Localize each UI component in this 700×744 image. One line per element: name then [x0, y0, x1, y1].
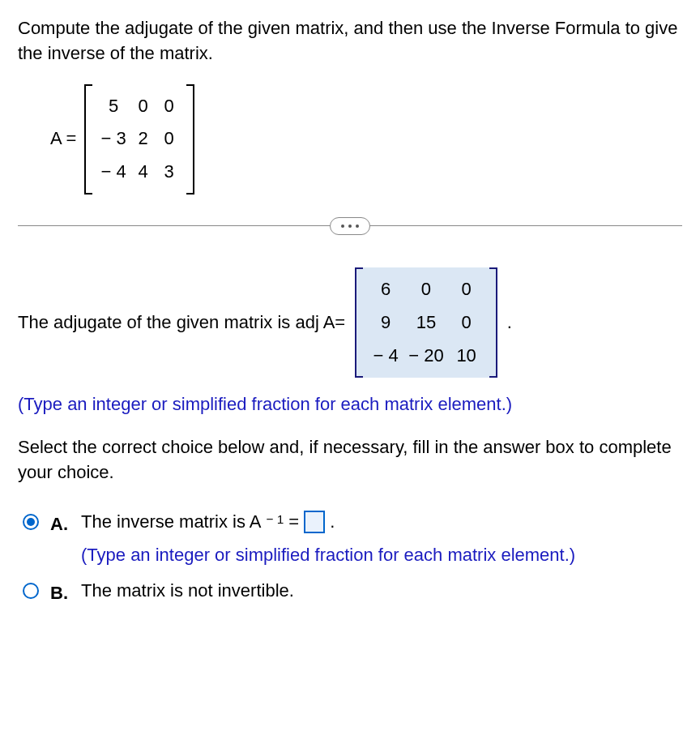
- choice-a-text1: The inverse matrix is A: [81, 510, 262, 535]
- adjugate-trail: .: [507, 310, 512, 336]
- choice-a-label: A.: [50, 512, 70, 537]
- adjugate-cell: − 20: [408, 344, 443, 369]
- inverse-answer-input[interactable]: [304, 511, 325, 533]
- matrix-a-cell: 0: [160, 94, 178, 119]
- expand-handle-icon[interactable]: [330, 217, 370, 235]
- adjugate-hint: (Type an integer or simplified fraction …: [18, 392, 682, 417]
- superscript-neg-one: − 1: [267, 511, 284, 528]
- adjugate-cell: 0: [452, 277, 481, 302]
- matrix-a-cell: 0: [134, 94, 152, 119]
- adjugate-cell: 0: [452, 310, 481, 336]
- choice-b-text: The matrix is not invertible.: [81, 580, 294, 601]
- adjugate-cell: 0: [408, 277, 443, 302]
- choice-b: B. The matrix is not invertible.: [23, 579, 682, 606]
- choice-a-equals: =: [288, 510, 299, 535]
- matrix-a-cell: 2: [134, 126, 152, 152]
- choice-b-label: B.: [50, 581, 70, 606]
- adjugate-matrix[interactable]: 6 0 0 9 15 0 − 4 − 20 10: [355, 267, 497, 378]
- adjugate-cell: 10: [452, 344, 481, 369]
- radio-choice-a[interactable]: [23, 514, 39, 530]
- matrix-a-cell: 5: [100, 94, 126, 119]
- matrix-a-cell: 3: [160, 160, 178, 185]
- matrix-a-cell: 0: [160, 126, 178, 152]
- matrix-a: 5 0 0 − 3 2 0 − 4 4 3: [84, 84, 194, 195]
- adjugate-lead-text: The adjugate of the given matrix is adj …: [18, 310, 345, 336]
- matrix-a-label: A =: [50, 126, 76, 152]
- adjugate-cell: 6: [371, 277, 400, 302]
- choice-a-hint: (Type an integer or simplified fraction …: [81, 543, 682, 568]
- adjugate-statement: The adjugate of the given matrix is adj …: [18, 267, 682, 378]
- adjugate-cell: 9: [371, 310, 400, 336]
- radio-choice-b[interactable]: [23, 583, 39, 599]
- adjugate-cell: 15: [408, 310, 443, 336]
- adjugate-cell: − 4: [371, 344, 400, 369]
- matrix-a-cell: − 4: [100, 160, 126, 185]
- matrix-a-definition: A = 5 0 0 − 3 2 0 − 4 4 3: [50, 84, 682, 195]
- matrix-a-cell: 4: [134, 160, 152, 185]
- matrix-a-cell: − 3: [100, 126, 126, 152]
- question-prompt: Compute the adjugate of the given matrix…: [18, 16, 682, 66]
- select-instruction: Select the correct choice below and, if …: [18, 435, 682, 485]
- section-divider: [18, 217, 682, 235]
- choice-a: A. The inverse matrix is A− 1 = . (Type …: [23, 510, 682, 568]
- choice-a-trail: .: [330, 510, 335, 535]
